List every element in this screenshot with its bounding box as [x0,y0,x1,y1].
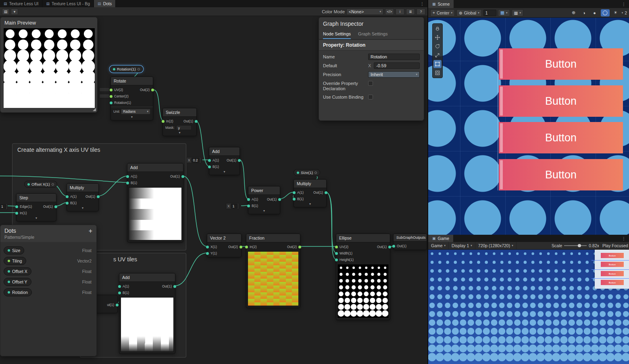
rotate-node[interactable]: Rotate UV(2)Out(2) Center(2) Rotation(1)… [110,77,153,120]
rect-tool[interactable] [433,60,442,68]
tab-texture-less-ui[interactable]: ▤Texture Less UI [0,0,42,7]
collapse-chevron[interactable]: ▾ [163,131,196,135]
value-stub[interactable] [99,94,110,98]
binding-checkbox[interactable] [368,95,373,99]
blackboard-toggle-button[interactable]: ≣ [406,8,415,15]
scene-menu-icon[interactable]: ⋮ [619,0,629,8]
add-property-button[interactable]: + [89,228,92,235]
save-caret-button[interactable]: ▾ [11,8,18,15]
input-port[interactable] [162,120,165,123]
float-field-add-a[interactable]: X 0.2 [186,157,201,163]
slider-knob[interactable] [578,244,581,247]
step-node[interactable]: Step Edge(1)Out(1) In(1) ▾ [16,193,56,221]
ellipse-node[interactable]: Ellipse UV(2)Out(1) Width(1) Height(1) [336,234,390,320]
input-port[interactable] [126,182,129,184]
swizzle-node[interactable]: Swizzle In(2)Out(1) Mask:y ▾ [162,108,197,136]
input-port[interactable] [335,246,338,248]
output-port[interactable] [195,120,198,123]
default-input[interactable]: -0.59 [374,62,420,69]
play-focused-button[interactable]: Play Focused [599,242,629,249]
add-node-3[interactable]: Add A(1)Out(1) B(1) [119,273,175,354]
input-port[interactable] [247,205,250,207]
scene-lighting-button[interactable]: ◑ [580,9,589,17]
input-port[interactable] [110,101,112,104]
property-node-size[interactable]: Size(1) [294,169,320,176]
output-port[interactable] [181,175,184,178]
value-stub[interactable] [99,87,110,92]
transform-tool[interactable] [433,69,442,77]
precision-dropdown[interactable]: Inherit▾ [368,71,420,78]
game-button-3[interactable]: Button [601,271,624,276]
scene-audio-button[interactable]: ● [590,9,599,17]
graph-canvas[interactable]: Create alternating X axis UV tiles s UV … [0,0,427,364]
scene-viewport[interactable]: Button Button Button Button [428,18,629,235]
input-port[interactable] [15,205,18,208]
unit-dropdown[interactable]: Radians▾ [121,109,150,114]
property-node-offset-x[interactable]: Offset X(1) [24,181,57,188]
output-port[interactable] [278,198,281,201]
add-node-1[interactable]: Add A(1)Out(1) B(1) ▾ [209,147,240,175]
property-row-size[interactable]: Size Float [4,245,93,256]
multiply-node-2[interactable]: Multiply A(1)Out(1) B(1) ▾ [294,179,327,207]
input-port[interactable] [208,159,211,162]
input-port[interactable] [110,89,112,91]
value[interactable]: 1 [231,204,237,209]
input-port[interactable] [335,259,338,261]
collapse-chevron[interactable]: ▾ [67,206,98,211]
property-row-offset-x[interactable]: Offset X Float [4,266,93,277]
grid-snap-dropdown[interactable]: ▦▾ [498,9,510,17]
hand-tool[interactable] [433,25,442,33]
scene-button-2[interactable]: Button [499,85,623,117]
main-preview-panel[interactable]: Main Preview [0,17,98,113]
scale-tool[interactable] [433,51,442,59]
grid-size-field[interactable]: 1 [483,10,496,16]
hidden-node-fragment[interactable]: ut(1) [95,295,118,313]
collapse-chevron[interactable]: ▾ [248,209,280,213]
override-checkbox[interactable] [368,81,373,86]
input-port[interactable] [247,198,250,201]
input-port[interactable] [245,246,248,248]
tab-scene[interactable]: ▦Scene [428,0,454,8]
scene-button-4[interactable]: Button [499,159,623,190]
game-viewport[interactable]: Button Button Button Button [428,250,629,364]
output-port[interactable] [116,304,119,306]
snap-increment-dropdown[interactable]: ▦▾ [512,9,523,17]
output-port[interactable] [173,285,176,288]
rotate-tool[interactable] [433,42,442,50]
color-mode-dropdown[interactable]: <None>▾ [346,8,383,15]
help-button[interactable]: ? [417,8,425,15]
scene-button-3[interactable]: Button [499,122,623,153]
output-port[interactable] [325,191,327,194]
input-port[interactable] [126,175,129,178]
float-field-step-edge[interactable]: 1 [0,203,8,210]
collapse-chevron[interactable]: ▾ [111,115,153,120]
pivot-dropdown[interactable]: ⌖Center▾ [430,9,455,17]
collapse-chevron[interactable]: ▾ [294,202,326,207]
game-menu-icon[interactable]: ⋮ [619,235,629,242]
scene-effects-button[interactable]: ◯ [601,9,610,17]
input-port[interactable] [66,202,69,205]
multiply-node-1[interactable]: Multiply A(1)Out(1) B(1) ▾ [67,183,99,211]
tab-game[interactable]: ▣Game [428,235,453,242]
value[interactable]: 0.2 [192,158,200,163]
scene-camera-button[interactable]: ⊕ [569,9,578,17]
property-row-offset-y[interactable]: Offset Y Float [4,277,93,287]
output-port[interactable] [97,195,100,198]
float-field-power-b[interactable]: X 1 [226,203,239,209]
name-input[interactable]: Rotation [368,54,420,60]
move-tool[interactable] [433,33,442,41]
tab-node-settings[interactable]: Node Settings [323,30,351,39]
tab-texture-less-ui-bg[interactable]: ▤Texture Less UI - Bg [42,0,94,7]
input-port[interactable] [15,212,18,215]
display-dropdown[interactable]: Display 1▾ [449,242,475,249]
game-view-dropdown[interactable]: Game▾ [428,242,449,249]
input-port[interactable] [392,245,395,248]
property-node-rotation[interactable]: Rotation(1) [110,66,143,72]
graph-inspector-panel[interactable]: Graph Inspector Node Settings Graph Sett… [319,17,424,121]
game-button-1[interactable]: Button [601,253,624,258]
collapse-chevron[interactable]: ▾ [209,170,240,174]
scene-visibility-button[interactable]: ☀ [611,9,620,17]
collapse-chevron[interactable]: ▾ [17,216,56,221]
input-port[interactable] [66,195,69,198]
orientation-dropdown[interactable]: ⊕Global▾ [456,9,482,17]
